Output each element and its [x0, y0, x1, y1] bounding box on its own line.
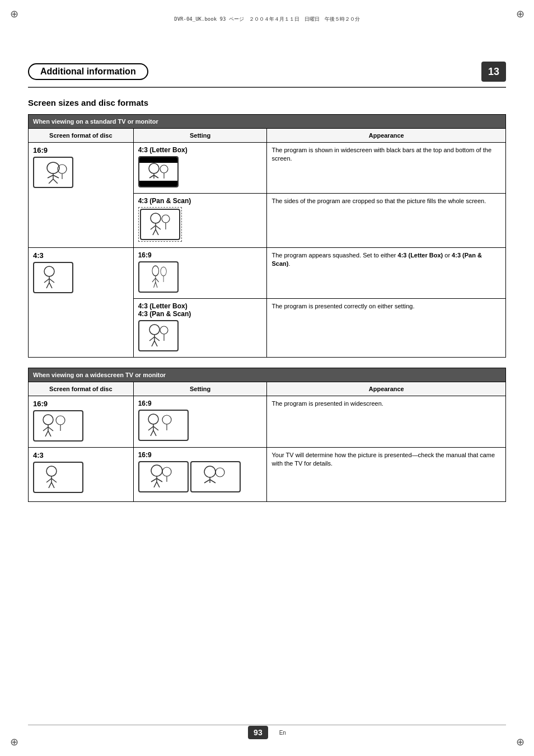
- svg-point-12: [160, 165, 168, 173]
- svg-line-70: [154, 482, 157, 487]
- svg-line-41: [154, 341, 157, 346]
- letterbox-bar-top: [139, 157, 177, 163]
- person-svg: [36, 161, 70, 184]
- svg-line-49: [48, 431, 51, 436]
- corner-mark-tr: ⊕: [512, 6, 528, 22]
- disc-format-label-169: 16:9: [33, 146, 129, 154]
- svg-point-20: [162, 215, 170, 223]
- svg-line-24: [44, 279, 49, 283]
- tv-std-43disc: [33, 262, 73, 293]
- setting-cell-letterbox: 4:3 (Letter Box): [133, 143, 267, 194]
- disc-format-cell-43: 4:3: [29, 248, 134, 358]
- person-svg-squashed: [147, 264, 169, 290]
- svg-line-64: [49, 482, 51, 488]
- tv-letterbox-illustration: [138, 156, 179, 187]
- letterbox-bar-bottom: [139, 181, 177, 186]
- person-svg-letterbox: [142, 162, 175, 182]
- appearance-cell-wide-43: Your TV will determine how the picture i…: [267, 448, 506, 502]
- tv-wide-frame-169: [33, 410, 83, 442]
- svg-line-30: [152, 278, 156, 282]
- svg-point-42: [160, 326, 168, 334]
- svg-line-11: [154, 175, 158, 178]
- appearance-text-squashed: The program appears squashed. Set to eit…: [271, 252, 481, 267]
- page-wrapper: ⊕ ⊕ ⊕ ⊕ DVR-04_UK.book 93 ページ ２００４年４月１１日…: [0, 0, 534, 756]
- person-svg-43disc: [39, 265, 67, 290]
- header-line: [28, 87, 506, 88]
- chapter-title-pill: Additional information: [28, 63, 148, 80]
- table-row: 4:3: [29, 248, 506, 299]
- svg-line-62: [46, 478, 51, 482]
- tv-std-letterbox: [138, 156, 179, 187]
- appearance-text-correct43: The program is presented correctly on ei…: [271, 303, 414, 309]
- col-header-appearance-wide: Appearance: [267, 382, 506, 396]
- setting-label-squashed: 16:9: [138, 251, 263, 259]
- appearance-cell-panscan: The sides of the program are cropped so …: [267, 194, 506, 248]
- person-svg-wide-43s1: [141, 464, 186, 490]
- tv-wide-frame-correct: [138, 410, 189, 441]
- svg-point-44: [43, 415, 53, 425]
- svg-line-65: [51, 482, 54, 488]
- svg-point-28: [152, 266, 159, 276]
- svg-line-47: [48, 427, 53, 431]
- table-row: 16:9: [29, 396, 506, 448]
- chapter-number-box: 13: [481, 62, 506, 82]
- page-lang: En: [279, 730, 286, 736]
- setting-cell-correct-43: 4:3 (Letter Box)4:3 (Pan & Scan): [133, 299, 267, 358]
- svg-point-78: [216, 468, 224, 477]
- svg-point-50: [56, 416, 65, 425]
- appearance-cell-letterbox: The program is shown in widescreen with …: [267, 143, 506, 194]
- svg-point-8: [149, 163, 159, 173]
- svg-line-39: [154, 337, 160, 341]
- tv-wide-frame-43s1: [138, 461, 189, 492]
- svg-point-66: [151, 465, 162, 476]
- svg-line-56: [151, 430, 153, 436]
- standard-tv-header: When viewing on a standard TV or monitor: [29, 115, 506, 129]
- footer-area: 93 En: [28, 726, 506, 739]
- corner-mark-br: ⊕: [512, 734, 528, 750]
- svg-line-68: [151, 478, 157, 482]
- tv-wide-frame-43disc: [33, 462, 83, 493]
- svg-point-34: [161, 267, 166, 276]
- svg-line-48: [45, 431, 48, 436]
- tv-std-frame: [33, 157, 73, 188]
- appearance-text-wide-169: The program is presented in widescreen.: [271, 400, 383, 407]
- svg-point-36: [149, 325, 160, 335]
- svg-line-19: [156, 229, 158, 235]
- svg-line-55: [153, 426, 158, 430]
- svg-line-3: [53, 175, 59, 178]
- tv-illustration-43-disc: [33, 262, 73, 293]
- corner-mark-tl: ⊕: [6, 6, 22, 22]
- page-number-box: 93: [248, 726, 268, 739]
- disc-format-label-43: 4:3: [33, 251, 129, 260]
- svg-line-69: [157, 478, 162, 482]
- svg-line-26: [46, 283, 49, 288]
- svg-point-14: [151, 213, 161, 223]
- svg-line-46: [43, 427, 48, 431]
- tv-panscan-illustration: [138, 207, 182, 242]
- setting-cell-squashed: 16:9: [133, 248, 267, 299]
- tv-std-correct43: [138, 320, 179, 351]
- widescreen-tv-table: When viewing on a widescreen TV or monit…: [28, 368, 506, 502]
- table-row: 4:3: [29, 448, 506, 502]
- svg-point-58: [162, 415, 171, 424]
- svg-line-2: [48, 175, 53, 178]
- person-svg-panscan: [143, 212, 177, 237]
- tv-std-squashed: [138, 261, 179, 293]
- setting-cell-panscan: 4:3 (Pan & Scan): [133, 194, 267, 248]
- svg-line-31: [155, 278, 158, 282]
- svg-line-10: [149, 175, 154, 178]
- setting-cell-wide-43: 16:9: [133, 448, 267, 502]
- tv-std-panscan: [140, 209, 180, 240]
- appearance-text-panscan: The sides of the program are cropped so …: [271, 198, 486, 204]
- svg-line-38: [149, 337, 154, 341]
- col-header-setting-std: Setting: [133, 129, 267, 143]
- col-header-setting-wide: Setting: [133, 382, 267, 396]
- svg-line-18: [153, 229, 156, 235]
- svg-line-77: [210, 480, 216, 483]
- corner-mark-bl: ⊕: [6, 734, 22, 750]
- svg-line-16: [151, 226, 156, 229]
- setting-label-wide-43: 16:9: [138, 451, 263, 459]
- svg-line-76: [204, 480, 210, 483]
- tv-squashed-illustration: [138, 261, 179, 293]
- svg-point-52: [148, 414, 158, 424]
